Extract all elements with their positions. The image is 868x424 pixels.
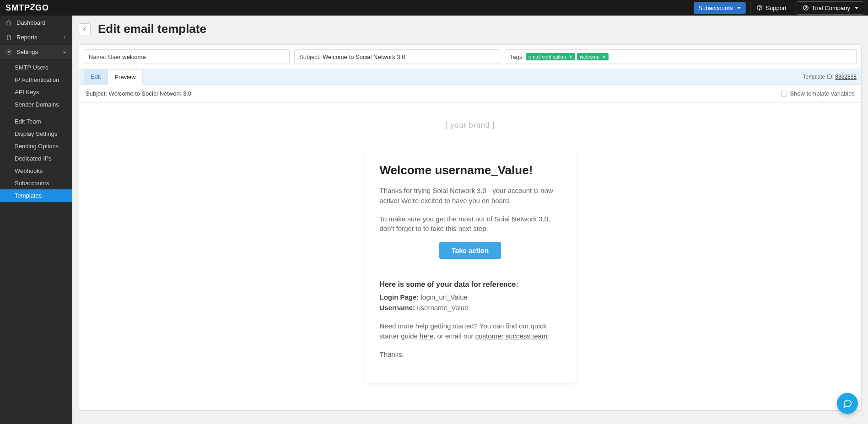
chevron-down-icon [62, 50, 67, 54]
company-menu[interactable]: Trial Company [797, 1, 864, 15]
sidebar-item-display-settings[interactable]: Display Settings [0, 128, 72, 140]
label: Display Settings [15, 130, 57, 137]
help-paragraph: Need more help getting started? You can … [380, 321, 561, 341]
label: SMTP Users [15, 64, 48, 71]
page-header: Edit email template [72, 16, 868, 44]
login-label: Login Page: [380, 293, 419, 301]
close-icon[interactable]: ✕ [602, 54, 606, 59]
label: Webhooks [15, 167, 43, 174]
nav-dashboard[interactable]: Dashboard [0, 16, 72, 30]
label: IP Authentication [15, 76, 59, 83]
svg-point-4 [8, 51, 10, 53]
main: Edit email template Name: User welcome S… [72, 16, 868, 424]
chevron-left-icon [81, 26, 88, 32]
tags-field[interactable]: Tags: email verification ✕ welcome ✕ [505, 49, 857, 64]
sidebar-item-dedicated-ips[interactable]: Dedicated IPs [0, 152, 72, 165]
tab-preview[interactable]: Preview [108, 70, 142, 85]
subject-field[interactable]: Subject: Welcome to Social Network 3.0 [294, 49, 500, 64]
home-icon [5, 20, 12, 26]
svg-point-1 [760, 9, 760, 10]
cta-button[interactable]: Take action [439, 242, 501, 259]
support-icon [756, 5, 763, 11]
email-paragraph-2: To make sure you get the most out of Soi… [380, 214, 561, 234]
divider [380, 270, 561, 270]
tabs-row: Edit Preview Template ID: 8362838 [79, 69, 861, 85]
login-value: login_url_Value [421, 293, 468, 301]
label: Sender Domains [15, 101, 59, 108]
sidebar-item-smtp-users[interactable]: SMTP Users [0, 61, 72, 74]
sidebar-item-templates[interactable]: Templates [0, 189, 72, 202]
name-field[interactable]: Name: User welcome [84, 49, 290, 64]
preview-subject-value: Welcome to Social Network 3.0 [109, 90, 191, 97]
page-title: Edit email template [98, 22, 206, 36]
help-here-link[interactable]: here [420, 332, 433, 340]
username-label: Username: [380, 304, 415, 311]
subaccounts-button[interactable]: Subaccounts [694, 2, 746, 14]
sidebar-item-sender-domains[interactable]: Sender Domains [0, 98, 72, 111]
support-button[interactable]: Support [750, 2, 792, 14]
chat-icon [842, 398, 852, 408]
user-icon [803, 5, 809, 11]
chevron-down-icon [737, 7, 741, 9]
subject-label: Subject: [299, 54, 321, 60]
gear-icon [5, 49, 12, 55]
logo-text-mid: 2 [30, 2, 35, 12]
username-kv: Username: username_Value [380, 303, 561, 313]
template-id-label: Template ID: [803, 74, 834, 80]
show-vars-label: Show template variables [790, 90, 855, 97]
label: Subaccounts [15, 180, 49, 187]
sidebar-item-webhooks[interactable]: Webhooks [0, 165, 72, 177]
label: Sending Options [15, 143, 59, 150]
sidebar-item-sending-options[interactable]: Sending Options [0, 140, 72, 152]
shell: Dashboard Reports Settings SMTP Users IP… [0, 16, 868, 424]
sidebar-item-subaccounts[interactable]: Subaccounts [0, 177, 72, 189]
sidebar-item-api-keys[interactable]: API Keys [0, 86, 72, 98]
svg-point-3 [805, 6, 807, 8]
subaccounts-label: Subaccounts [698, 5, 733, 11]
template-id: Template ID: 8362838 [803, 70, 857, 84]
logo-text-pre: SMTP [5, 3, 30, 13]
back-button[interactable] [79, 23, 91, 35]
subject-value: Welcome to Social Network 3.0 [323, 54, 405, 60]
tag-label: email verification [528, 54, 566, 59]
tag-email-verification[interactable]: email verification ✕ [526, 53, 575, 60]
fields-row: Name: User welcome Subject: Welcome to S… [79, 45, 861, 69]
tab-label: Preview [114, 74, 135, 81]
tag-welcome[interactable]: welcome ✕ [577, 53, 609, 60]
tab-label: Edit [91, 73, 101, 80]
help-mid: , or email our [433, 332, 475, 340]
help-team-link[interactable]: customer success team [475, 332, 548, 340]
email-paragraph-1: Thanks for trying Soial Network 3.0 - yo… [380, 186, 561, 206]
show-vars-control[interactable]: Show template variables [781, 90, 855, 97]
tags-label: Tags: [510, 54, 524, 60]
preview-subject-row: Subject: Welcome to Social Network 3.0 S… [79, 85, 861, 103]
template-panel: Name: User welcome Subject: Welcome to S… [79, 44, 862, 411]
label: Templates [15, 192, 42, 199]
logo[interactable]: SMTP2GO [5, 3, 49, 13]
help-post: . [547, 332, 549, 340]
brand-placeholder: [ your brand ] [88, 121, 852, 129]
chevron-left-icon [62, 35, 67, 40]
sidebar-item-edit-team[interactable]: Edit Team [0, 115, 72, 128]
checkbox-icon[interactable] [781, 91, 787, 97]
label: API Keys [15, 89, 39, 96]
name-value: User welcome [108, 54, 146, 60]
login-kv: Login Page: login_url_Value [380, 292, 561, 303]
template-id-link[interactable]: 8362838 [835, 74, 857, 80]
nav-settings-label: Settings [16, 48, 38, 55]
sidebar-item-ip-auth[interactable]: IP Authentication [0, 74, 72, 86]
nav-settings[interactable]: Settings [0, 45, 72, 59]
chat-button[interactable] [837, 393, 858, 414]
close-icon[interactable]: ✕ [569, 54, 572, 59]
support-label: Support [766, 5, 787, 11]
nav-reports[interactable]: Reports [0, 30, 72, 45]
label: Edit Team [15, 118, 41, 125]
preview-area: [ your brand ] Welcome username_Value! T… [79, 103, 861, 410]
settings-subnav: SMTP Users IP Authentication API Keys Se… [0, 59, 72, 204]
tag-label: welcome [580, 54, 599, 59]
topbar: SMTP2GO Subaccounts Support Trial Compan… [0, 0, 868, 16]
email-heading: Welcome username_Value! [380, 163, 561, 177]
tab-edit[interactable]: Edit [84, 69, 108, 84]
thanks-line: Thanks, [380, 349, 561, 360]
topbar-right: Subaccounts Support Trial Company [694, 1, 864, 15]
